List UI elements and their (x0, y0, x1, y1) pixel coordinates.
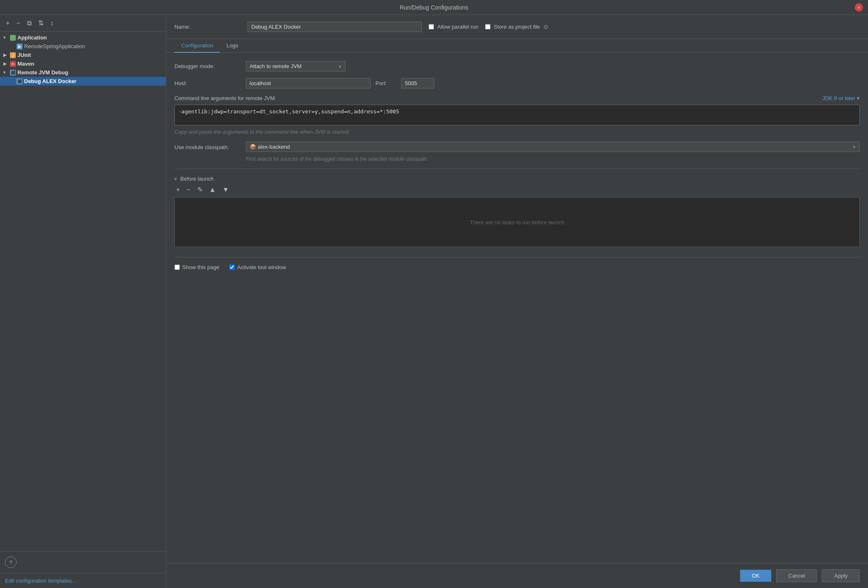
move-config-button[interactable]: ⇅ (37, 18, 45, 28)
show-page-option: Show this page (174, 264, 219, 270)
port-input[interactable] (401, 78, 434, 88)
before-launch-title: Before launch (180, 176, 213, 182)
left-toolbar: + − ⧉ ⇅ ↕ (0, 15, 166, 32)
copy-config-button[interactable]: ⧉ (25, 19, 33, 28)
module-select-wrapper: 📦 alex-backend (246, 142, 860, 152)
host-port-row: Host: Port: (174, 78, 860, 88)
allow-parallel-label: Allow parallel run (437, 24, 478, 30)
ok-button[interactable]: OK (740, 570, 771, 582)
store-project-checkbox[interactable] (485, 24, 490, 29)
show-page-checkbox[interactable] (174, 265, 180, 270)
module-classpath-row: Use module classpath: 📦 alex-backend Fir… (174, 142, 860, 162)
close-button[interactable]: × (855, 3, 863, 12)
application-icon (10, 35, 16, 41)
port-label: Port: (375, 80, 396, 86)
debugger-mode-select-wrapper: Attach to remote JVM Listen to remote JV… (246, 61, 346, 71)
help-button[interactable]: ? (5, 556, 17, 568)
bottom-options: Show this page Activate tool window (174, 257, 860, 270)
tab-logs[interactable]: Logs (220, 39, 245, 53)
cancel-button[interactable]: Cancel (776, 569, 817, 582)
name-input[interactable] (248, 22, 422, 32)
remote-jvm-icon: ⬛ (10, 70, 16, 76)
debug-alex-icon: ⬛ (17, 78, 22, 84)
add-config-button[interactable]: + (4, 19, 11, 28)
arrow-down-rjvm-icon: ▾ (3, 70, 8, 75)
before-launch-toolbar: + − ✎ ▲ ▼ (174, 185, 860, 194)
jvm-args-header: Command line arguments for remote JVM: J… (174, 95, 860, 101)
dialog-title: Run/Debug Configurations (400, 4, 468, 11)
activate-window-checkbox[interactable] (229, 265, 235, 270)
config-header: Name: Allow parallel run Store as projec… (166, 15, 868, 39)
before-launch-section: ▾ Before launch + − ✎ ▲ ▼ There are no t… (174, 169, 860, 247)
before-launch-down-button[interactable]: ▼ (221, 186, 231, 194)
debugger-mode-select[interactable]: Attach to remote JVM Listen to remote JV… (246, 61, 346, 71)
arrow-right-icon: ▶ (3, 52, 8, 58)
config-content: Debugger mode: Attach to remote JVM List… (166, 53, 868, 563)
debugger-mode-label: Debugger mode: (174, 63, 241, 69)
before-launch-remove-button[interactable]: − (185, 186, 192, 194)
config-tree: ▾ Application ▶ RemoteSpringApplication … (0, 32, 166, 551)
main-layout: + − ⧉ ⇅ ↕ ▾ Application ▶ RemoteSpringAp… (0, 15, 868, 588)
host-input[interactable] (246, 78, 370, 88)
tab-configuration[interactable]: Configuration (174, 39, 220, 53)
maven-icon: m (10, 61, 16, 67)
jvm-hint-text: Copy and paste the arguments to the comm… (174, 129, 860, 135)
module-classpath-select[interactable]: 📦 alex-backend (246, 142, 860, 152)
sort-config-button[interactable]: ↕ (49, 19, 55, 28)
jvm-args-box[interactable]: -agentlib:jdwp=transport=dt_socket,serve… (174, 105, 860, 125)
application-label: Application (17, 34, 47, 41)
module-hint-text: First search for sources of the debugged… (246, 156, 454, 162)
debug-alex-label: Debug ALEX Docker (24, 78, 76, 84)
activate-window-label: Activate tool window (237, 264, 286, 270)
store-project-group: Store as project file ⚙ (485, 24, 549, 30)
allow-parallel-group: Allow parallel run (429, 24, 478, 30)
footer-bar: OK Cancel Apply (166, 563, 868, 588)
module-classpath-label: Use module classpath: (174, 142, 241, 150)
maven-label: Maven (17, 61, 34, 67)
tree-group-junit[interactable]: ▶ J JUnit (0, 51, 166, 59)
left-bottom-bar: ? (0, 551, 166, 573)
tabs-bar: Configuration Logs (166, 39, 868, 53)
name-label: Name: (174, 24, 241, 30)
remote-spring-label: RemoteSpringApplication (24, 43, 85, 49)
right-panel: Name: Allow parallel run Store as projec… (166, 15, 868, 588)
before-launch-up-button[interactable]: ▲ (208, 186, 218, 194)
edit-templates-link[interactable]: Edit configuration templates... (0, 573, 166, 588)
store-project-label: Store as project file (494, 24, 540, 30)
host-label: Host: (174, 80, 241, 86)
jvm-args-section: Command line arguments for remote JVM: J… (174, 95, 860, 135)
debugger-mode-row: Debugger mode: Attach to remote JVM List… (174, 61, 860, 71)
tree-group-remote-jvm[interactable]: ▾ ⬛ Remote JVM Debug (0, 68, 166, 77)
activate-window-option: Activate tool window (229, 264, 286, 270)
before-launch-empty: There are no tasks to run before launch (174, 197, 860, 247)
junit-label: JUnit (17, 52, 31, 58)
tree-group-maven[interactable]: ▶ m Maven (0, 59, 166, 68)
arrow-right-maven-icon: ▶ (3, 61, 8, 66)
collapse-icon[interactable]: ▾ (174, 176, 177, 182)
allow-parallel-checkbox[interactable] (429, 24, 434, 29)
before-launch-add-button[interactable]: + (174, 186, 181, 194)
remote-spring-icon: ▶ (17, 44, 22, 49)
before-launch-edit-button[interactable]: ✎ (196, 185, 204, 194)
remote-jvm-label: Remote JVM Debug (17, 69, 68, 76)
arrow-down-icon: ▾ (3, 35, 8, 40)
jvm-args-label: Command line arguments for remote JVM: (174, 95, 276, 101)
before-launch-header: ▾ Before launch (174, 176, 860, 182)
tree-item-debug-alex[interactable]: ⬛ Debug ALEX Docker (0, 77, 166, 86)
apply-button[interactable]: Apply (822, 569, 860, 582)
jdk-version-link[interactable]: JDK 9 or later ▾ (822, 95, 860, 101)
title-bar: Run/Debug Configurations × (0, 0, 868, 15)
settings-icon[interactable]: ⚙ (543, 24, 549, 30)
left-panel: + − ⧉ ⇅ ↕ ▾ Application ▶ RemoteSpringAp… (0, 15, 166, 588)
remove-config-button[interactable]: − (15, 19, 22, 28)
tree-item-remote-spring[interactable]: ▶ RemoteSpringApplication (0, 42, 166, 51)
tree-group-application[interactable]: ▾ Application (0, 33, 166, 42)
show-page-label: Show this page (182, 264, 219, 270)
junit-icon: J (10, 52, 16, 58)
